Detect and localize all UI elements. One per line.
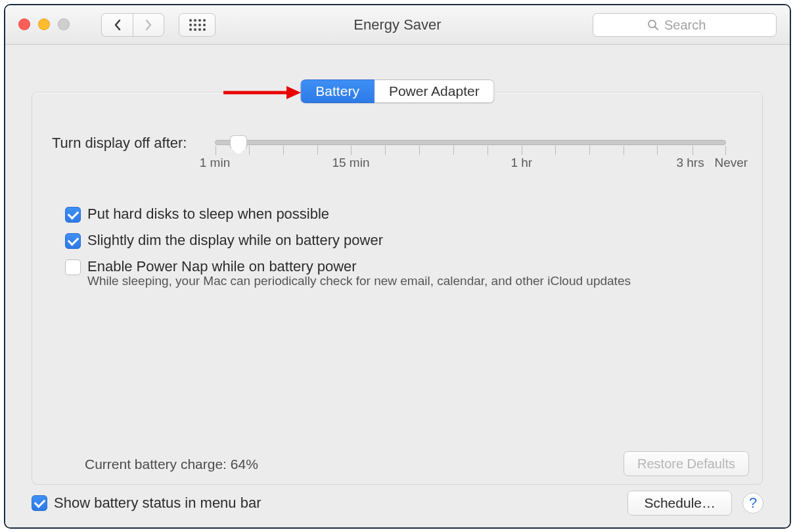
checkbox-dim-display[interactable] [65,233,81,249]
search-input[interactable] [663,17,722,33]
search-field[interactable] [593,13,777,37]
label-show-battery-status: Show battery status in menu bar [54,495,261,512]
battery-charge-status: Current battery charge: 64% [85,456,258,472]
restore-defaults-button[interactable]: Restore Defaults [624,451,749,476]
svg-line-1 [655,27,658,30]
tick-3hrs: 3 hrs [676,156,704,170]
help-button[interactable]: ? [742,493,763,514]
option-hard-disks: Put hard disks to sleep when possible [65,206,631,223]
close-window-button[interactable] [18,18,30,30]
window-controls [18,18,70,30]
zoom-window-button[interactable] [58,18,70,30]
tick-never: Never [714,156,748,170]
display-sleep-slider[interactable]: 1 min 15 min 1 hr 3 hrs Never [215,140,726,145]
power-source-tabs: Battery Power Adapter [300,79,494,103]
titlebar: Energy Saver [5,5,790,45]
chevron-right-icon [145,19,152,31]
label-hard-disks: Put hard disks to sleep when possible [87,206,329,223]
preferences-window: Energy Saver Battery Power Adapter Turn … [4,4,791,529]
tick-1hr: 1 hr [511,156,532,170]
chevron-left-icon [114,19,122,31]
settings-panel: Turn display off after: [32,92,763,485]
tick-1min: 1 min [200,156,230,170]
nav-buttons [101,13,164,37]
option-power-nap: Enable Power Nap while on battery power [65,258,631,275]
checkbox-power-nap[interactable] [65,259,81,275]
tab-battery[interactable]: Battery [300,79,375,103]
label-dim-display: Slightly dim the display while on batter… [87,232,383,249]
grid-icon [189,19,206,31]
schedule-button[interactable]: Schedule… [627,491,732,516]
footer: Show battery status in menu bar Schedule… [32,491,763,516]
option-dim-display: Slightly dim the display while on batter… [65,232,631,249]
tick-15min: 15 min [332,156,369,170]
show-all-button[interactable] [179,13,216,37]
options-list: Put hard disks to sleep when possible Sl… [65,206,631,298]
slider-track [215,140,726,145]
content-area: Battery Power Adapter Turn display off a… [5,45,790,527]
forward-button[interactable] [133,13,164,37]
checkbox-show-battery-status[interactable] [32,495,47,511]
label-power-nap: Enable Power Nap while on battery power [87,258,357,275]
back-button[interactable] [101,13,133,37]
checkbox-hard-disks[interactable] [65,207,81,223]
power-nap-description: While sleeping, your Mac can periodicall… [87,274,631,288]
minimize-window-button[interactable] [38,18,50,30]
tab-power-adapter[interactable]: Power Adapter [375,79,495,103]
display-sleep-label: Turn display off after: [52,135,187,152]
slider-ticks [216,146,725,156]
search-icon [647,19,659,31]
